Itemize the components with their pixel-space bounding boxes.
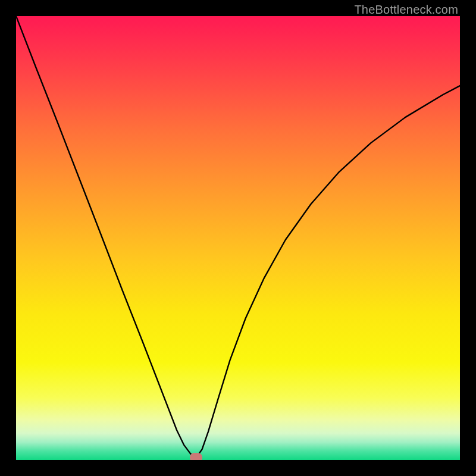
bottleneck-curve bbox=[16, 16, 460, 460]
optimum-marker bbox=[190, 453, 202, 460]
watermark-text: TheBottleneck.com bbox=[354, 3, 458, 17]
plot-area bbox=[16, 16, 460, 460]
outer-frame: TheBottleneck.com bbox=[0, 0, 476, 476]
